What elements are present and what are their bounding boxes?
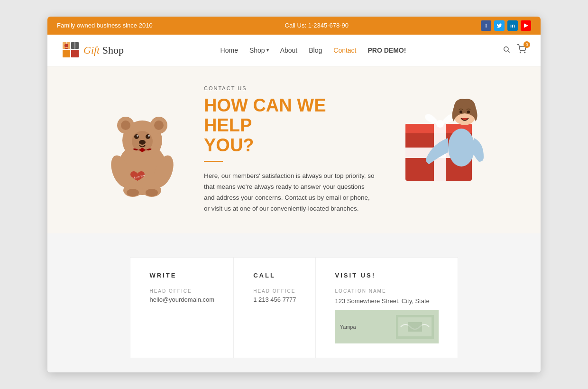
nav-contact[interactable]: Contact xyxy=(333,46,356,54)
map-label: Yampa xyxy=(340,324,356,330)
call-title: CALL xyxy=(253,272,296,279)
svg-point-16 xyxy=(154,120,164,130)
nav-blog[interactable]: Blog xyxy=(309,46,322,54)
twitter-icon[interactable] xyxy=(494,20,505,31)
cart-button[interactable]: 0 xyxy=(517,44,526,56)
logo[interactable]: Gift Shop xyxy=(62,41,124,59)
hero-title: HOW CAN WE HELP YOU? xyxy=(204,96,375,155)
location-address: 123 Somewhere Street, City, State xyxy=(335,297,439,305)
call-head-office-label: HEAD OFFICE xyxy=(253,288,296,294)
visit-title: VISIT US! xyxy=(335,272,439,279)
hero-content: CONTACT US HOW CAN WE HELP YOU? Here, ou… xyxy=(190,85,389,214)
nav-home[interactable]: Home xyxy=(220,46,238,54)
svg-point-38 xyxy=(459,111,462,113)
svg-rect-0 xyxy=(63,50,70,57)
nav-actions: 0 xyxy=(503,44,526,56)
map-placeholder: Yampa xyxy=(335,310,439,343)
cart-count: 0 xyxy=(524,41,530,48)
gift-lady-image xyxy=(389,95,493,204)
nav-shop[interactable]: Shop ▾ xyxy=(249,46,269,54)
svg-point-37 xyxy=(448,129,475,167)
visit-card: VISIT US! LOCATION NAME 123 Somewhere St… xyxy=(316,257,458,358)
hero-divider xyxy=(204,161,223,162)
contact-us-label: CONTACT US xyxy=(204,85,375,91)
gift-lady-svg xyxy=(391,95,491,204)
search-button[interactable] xyxy=(503,46,510,55)
top-bar: Family owned business since 2010 Call Us… xyxy=(47,17,541,35)
navbar: Gift Shop Home Shop ▾ About Blog Contact… xyxy=(47,35,541,66)
social-icons: f in ▶ xyxy=(481,20,531,31)
svg-point-28 xyxy=(146,189,158,196)
call-text: Call Us: 1-2345-678-90 xyxy=(285,22,349,29)
svg-point-39 xyxy=(467,111,470,113)
svg-rect-5 xyxy=(74,42,75,49)
svg-point-14 xyxy=(121,120,130,130)
location-name-label: LOCATION NAME xyxy=(335,288,439,294)
write-title: WRITE xyxy=(149,272,214,279)
svg-point-20 xyxy=(137,135,138,137)
svg-point-21 xyxy=(148,135,150,137)
call-card: CALL HEAD OFFICE 1 213 456 7777 xyxy=(234,257,315,358)
hero-section: I Love you CONTACT US HOW CAN WE HELP YO… xyxy=(47,66,541,233)
youtube-icon[interactable]: ▶ xyxy=(521,20,531,31)
svg-rect-42 xyxy=(408,322,422,332)
logo-text: Gift Shop xyxy=(83,44,124,56)
svg-point-19 xyxy=(146,134,150,139)
svg-rect-1 xyxy=(71,50,79,57)
write-email[interactable]: hello@yourdomain.com xyxy=(149,296,214,303)
svg-point-7 xyxy=(504,47,508,51)
svg-point-6 xyxy=(64,44,68,47)
hero-description: Here, our members' satisfaction is alway… xyxy=(204,171,375,214)
map-thumbnail xyxy=(396,315,434,339)
svg-point-27 xyxy=(127,189,139,196)
svg-point-9 xyxy=(520,52,521,53)
svg-point-35 xyxy=(436,120,444,128)
logo-icon xyxy=(62,41,80,59)
chevron-down-icon: ▾ xyxy=(266,47,269,53)
svg-point-10 xyxy=(524,52,525,53)
write-card: WRITE HEAD OFFICE hello@yourdomain.com xyxy=(130,257,234,358)
call-phone[interactable]: 1 213 456 7777 xyxy=(253,296,296,303)
teddy-bear-svg: I Love you xyxy=(104,102,180,197)
facebook-icon[interactable]: f xyxy=(481,20,491,31)
svg-point-22 xyxy=(139,140,146,145)
svg-line-8 xyxy=(508,51,510,53)
svg-point-18 xyxy=(134,134,139,139)
nav-pro-demo[interactable]: PRO DEMO! xyxy=(368,46,406,54)
nav-links: Home Shop ▾ About Blog Contact PRO DEMO! xyxy=(220,46,406,54)
family-text: Family owned business since 2010 xyxy=(57,22,153,29)
teddy-bear-image: I Love you xyxy=(95,102,190,197)
linkedin-icon[interactable]: in xyxy=(507,20,518,31)
nav-about[interactable]: About xyxy=(280,46,298,54)
write-head-office-label: HEAD OFFICE xyxy=(149,288,214,294)
contact-section: WRITE HEAD OFFICE hello@yourdomain.com C… xyxy=(47,233,541,372)
svg-point-30 xyxy=(140,148,144,152)
browser-window: Family owned business since 2010 Call Us… xyxy=(47,17,541,372)
